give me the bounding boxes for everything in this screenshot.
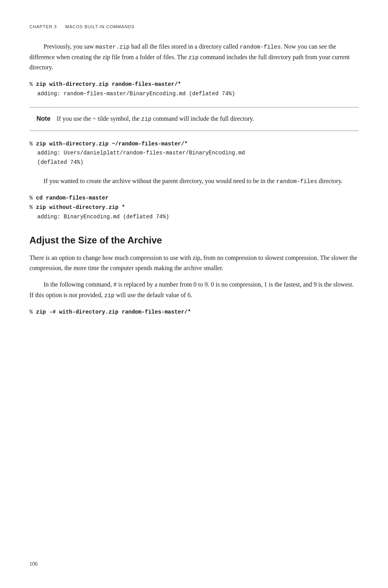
output-line-1: adding: random-files-master/BinaryEncodi… [37, 89, 359, 99]
inline-code-random-files-2: random-files [276, 178, 317, 185]
chapter-number: CHAPTER 3 [29, 24, 57, 29]
note-label: Note [36, 115, 51, 122]
command-line-3a: % cd random-files-master [29, 194, 359, 203]
command-text-3a: cd random-files-master [36, 195, 109, 201]
section-heading: Adjust the Size of the Archive [29, 234, 359, 246]
code-block-2: % zip with-directory.zip ~/random-files-… [29, 140, 359, 167]
note-box: Note If you use the ~ tilde symbol, the … [29, 107, 359, 131]
output-line-3: adding: BinaryEncoding.md (deflated 74%) [37, 212, 359, 222]
paragraph-2: If you wanted to create the archive with… [29, 176, 359, 187]
inline-code-random-files: random-files [240, 44, 281, 50]
output-line-2b: (deflated 74%) [37, 158, 359, 167]
inline-code-zip-p4: zip [104, 292, 115, 299]
code-block-3: % cd random-files-master % zip without-d… [29, 194, 359, 221]
output-line-2a: adding: Users/danielplatt/random-files-m… [37, 149, 359, 158]
command-text-4: zip -# with-directory.zip random-files-m… [36, 309, 191, 315]
command-line-4: % zip -# with-directory.zip random-files… [29, 308, 359, 317]
command-text-2: zip with-directory.zip ~/random-files-ma… [36, 141, 188, 147]
command-line-1: % zip with-directory.zip random-files-ma… [29, 80, 359, 89]
chapter-title: MACOS BUILT-IN COMMANDS [66, 24, 135, 29]
inline-code-master-zip: master.zip [95, 44, 129, 50]
command-text-3b: zip without-directory.zip * [36, 204, 125, 211]
command-line-3b: % zip without-directory.zip * [29, 203, 359, 212]
paragraph-1: Previously, you saw master.zip had all t… [29, 42, 359, 73]
command-text-1: zip with-directory.zip random-files-mast… [36, 81, 181, 87]
page: CHAPTER 3 MACOS BUILT-IN COMMANDS Previo… [0, 0, 388, 588]
code-block-1: % zip with-directory.zip random-files-ma… [29, 80, 359, 99]
paragraph-3: There is an option to change how much co… [29, 253, 359, 274]
paragraph-4: In the following command, # is replaced … [29, 279, 359, 300]
command-line-2: % zip with-directory.zip ~/random-files-… [29, 140, 359, 149]
chapter-header: CHAPTER 3 MACOS BUILT-IN COMMANDS [29, 24, 359, 31]
page-number: 106 [29, 560, 38, 568]
inline-code-zip: zip [188, 54, 199, 61]
inline-code-zip-note: zip [141, 116, 151, 122]
code-block-4: % zip -# with-directory.zip random-files… [29, 308, 359, 317]
note-text: Note If you use the ~ tilde symbol, the … [36, 114, 352, 124]
